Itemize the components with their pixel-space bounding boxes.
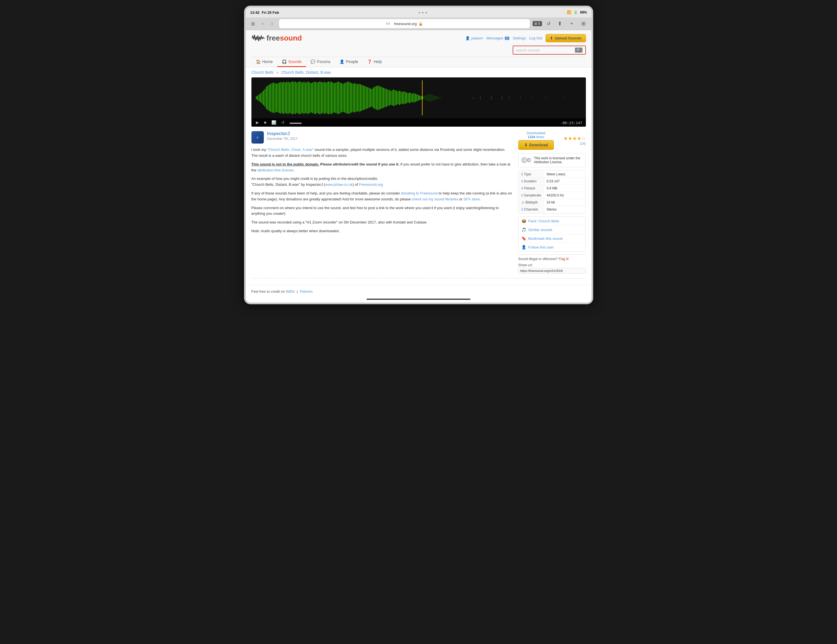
breadcrumb-separator: » bbox=[276, 70, 279, 75]
svg-rect-80 bbox=[372, 89, 373, 107]
imdb-link[interactable]: IMDb bbox=[286, 289, 294, 293]
rating-count: (14) bbox=[563, 142, 586, 146]
download-button[interactable]: ⬇ Download bbox=[518, 140, 554, 150]
logo-sound: sound bbox=[280, 34, 302, 43]
nav-people[interactable]: 👤 People bbox=[335, 57, 363, 67]
status-bar: 13:42 Fri 25 Feb • • • 📶 🔋 68% bbox=[246, 7, 591, 18]
new-tab-button[interactable]: + bbox=[567, 19, 576, 28]
desc-p1: I took my "Church Bells, Close, A.wav" s… bbox=[251, 147, 513, 159]
svg-rect-136 bbox=[531, 97, 532, 98]
svg-rect-65 bbox=[350, 82, 351, 113]
donate-link[interactable]: donating to Freesound bbox=[401, 191, 438, 195]
svg-rect-124 bbox=[433, 95, 435, 100]
status-time: 13:42 bbox=[250, 10, 259, 15]
upload-sounds-button[interactable]: ⬆ Upload Sounds bbox=[546, 34, 586, 42]
pack-link[interactable]: 📦 Pack: Church Bells bbox=[519, 217, 586, 225]
samplerate-value: 44100.0 Hz bbox=[545, 192, 585, 199]
search-submit-button[interactable]: 🔍 bbox=[575, 48, 583, 52]
stop-button[interactable]: ■ bbox=[263, 120, 268, 125]
freesound-link[interactable]: Freesound.org bbox=[359, 182, 383, 187]
patreon-link[interactable]: Patreon bbox=[300, 289, 313, 293]
browser-actions: ⬆ + ⊞ bbox=[555, 19, 588, 28]
svg-rect-102 bbox=[404, 92, 404, 105]
svg-rect-64 bbox=[348, 82, 349, 114]
settings-link[interactable]: Settings bbox=[513, 36, 526, 40]
svg-rect-13 bbox=[274, 83, 275, 113]
back-button[interactable]: ‹ bbox=[259, 20, 267, 28]
svg-rect-31 bbox=[301, 82, 302, 114]
address-bar[interactable]: AA freesound.org 🔒 bbox=[279, 19, 530, 28]
footer-section: Feel free to credit on IMDb | Patreon bbox=[246, 285, 591, 297]
forward-button[interactable]: › bbox=[268, 20, 276, 28]
loop-button[interactable]: ↺ bbox=[280, 120, 286, 125]
attribution-free-link[interactable]: attribution-free license bbox=[257, 168, 293, 172]
nav-sounds[interactable]: 🎧 Sounds bbox=[277, 57, 306, 67]
svg-rect-98 bbox=[397, 92, 398, 105]
waveform-btn[interactable]: 📊 bbox=[270, 120, 277, 125]
tabs-button[interactable]: ⊞ bbox=[579, 19, 588, 28]
description: I took my "Church Bells, Close, A.wav" s… bbox=[251, 147, 513, 234]
author-name[interactable]: InspectorJ bbox=[267, 131, 298, 136]
svg-rect-104 bbox=[406, 93, 407, 103]
site-nav: 🏠 Home 🎧 Sounds 💬 Forums 👤 People ❓ bbox=[251, 57, 586, 67]
type-label: ℹ Type bbox=[519, 171, 545, 178]
svg-rect-14 bbox=[276, 84, 277, 112]
close-bells-link[interactable]: "Church Bells, Close, A.wav" bbox=[267, 147, 313, 152]
sound-libraries-link[interactable]: check out my sound libraries bbox=[412, 197, 458, 201]
wifi-icon: 📶 bbox=[567, 10, 571, 14]
svg-rect-67 bbox=[353, 84, 354, 112]
flag-section: Sound illegal or offensive? Flag it! bbox=[518, 254, 586, 261]
svg-rect-36 bbox=[308, 82, 309, 114]
upload-date: December 7th, 2017 bbox=[267, 137, 298, 141]
nav-help[interactable]: ❓ Help bbox=[363, 57, 386, 67]
refresh-button[interactable]: ↺ bbox=[545, 20, 553, 28]
browser-nav: ⊞ ‹ › bbox=[249, 20, 276, 28]
volume-button[interactable]: ▬▬▬ bbox=[289, 120, 303, 125]
tab-count[interactable]: ⊞ 5 bbox=[533, 21, 542, 26]
nav-home[interactable]: 🏠 Home bbox=[251, 57, 277, 67]
nav-home-label: Home bbox=[263, 59, 273, 64]
info-icon-type: ℹ bbox=[522, 172, 523, 176]
svg-rect-103 bbox=[405, 92, 406, 104]
header-top: freesound 👤 yaaann Messages 0 Settings bbox=[251, 33, 586, 43]
play-button[interactable]: ▶ bbox=[255, 120, 260, 125]
desc-p3: An example of how you might credit is by… bbox=[251, 176, 513, 188]
search-row: search sounds 🔍 bbox=[251, 46, 586, 55]
svg-rect-15 bbox=[277, 83, 279, 113]
svg-rect-134 bbox=[509, 97, 510, 99]
bookmark-link[interactable]: 🔖 Bookmark this sound bbox=[519, 234, 586, 243]
svg-rect-71 bbox=[358, 84, 359, 112]
nav-forums-label: Forums bbox=[317, 59, 330, 64]
nav-forums[interactable]: 💬 Forums bbox=[306, 57, 335, 67]
sfx-store-link[interactable]: SFX store bbox=[463, 197, 480, 201]
svg-rect-3 bbox=[260, 93, 261, 102]
star-rating[interactable]: ★★★★☆ bbox=[563, 135, 586, 142]
similar-sounds-link[interactable]: 🎵 Similar sounds bbox=[519, 225, 586, 234]
svg-rect-22 bbox=[288, 82, 289, 114]
svg-rect-17 bbox=[281, 82, 281, 114]
messages-link[interactable]: Messages 0 bbox=[486, 36, 509, 40]
nav-people-label: People bbox=[346, 59, 358, 64]
flag-link[interactable]: Flag it! bbox=[558, 257, 569, 261]
info-icon-filesize: ℹ bbox=[522, 186, 523, 190]
logout-label: Log Out bbox=[529, 36, 542, 40]
svg-rect-88 bbox=[383, 88, 384, 108]
lock-icon: 🔒 bbox=[419, 22, 423, 26]
logout-link[interactable]: Log Out bbox=[529, 36, 542, 40]
share-url[interactable]: https://freesound.org/s/412918/ bbox=[518, 268, 586, 274]
search-box[interactable]: search sounds 🔍 bbox=[513, 46, 586, 55]
svg-rect-114 bbox=[421, 96, 422, 100]
follow-icon: 👤 bbox=[522, 245, 526, 249]
follow-link[interactable]: 👤 Follow this user bbox=[519, 243, 586, 251]
share-browser-button[interactable]: ⬆ bbox=[555, 19, 565, 28]
svg-rect-126 bbox=[437, 96, 438, 99]
download-arrow-icon: ⬇ bbox=[524, 143, 528, 147]
svg-rect-57 bbox=[338, 82, 339, 114]
main-content: ♦ InspectorJ December 7th, 2017 I took m… bbox=[246, 131, 591, 274]
sidebar-toggle-button[interactable]: ⊞ bbox=[249, 20, 257, 28]
jshaw-link[interactable]: www.jshaw.co.uk bbox=[325, 182, 353, 187]
website-content: freesound 👤 yaaann Messages 0 Settings bbox=[246, 30, 591, 303]
breadcrumb-parent[interactable]: Church Bells bbox=[251, 70, 274, 75]
site-logo[interactable]: freesound bbox=[251, 33, 302, 43]
user-link[interactable]: 👤 yaaann bbox=[465, 36, 483, 40]
